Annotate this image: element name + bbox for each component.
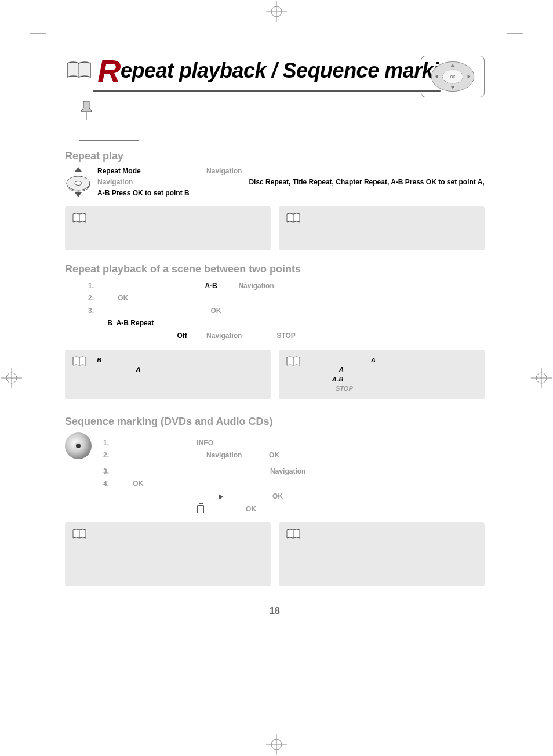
svg-point-17 bbox=[75, 181, 82, 186]
note-box bbox=[65, 206, 271, 250]
text-navigation: Navigation bbox=[270, 467, 305, 475]
text-ok: OK bbox=[269, 451, 279, 459]
page-title: Repeat playback / Sequence marking bbox=[97, 52, 464, 90]
book-icon bbox=[72, 212, 87, 226]
note-box: B A bbox=[65, 350, 271, 399]
note-text: A A A-B STOP bbox=[305, 355, 376, 394]
title-underline bbox=[93, 90, 441, 92]
text-navigation: Navigation bbox=[206, 451, 242, 459]
registration-mark-left bbox=[0, 366, 23, 390]
text-ab-repeat: A-B Repeat bbox=[117, 319, 154, 327]
pin-placeholder bbox=[79, 100, 139, 141]
section-heading-repeat-play: Repeat play bbox=[65, 150, 485, 162]
registration-mark-right bbox=[530, 366, 553, 390]
book-icon bbox=[286, 355, 301, 369]
crop-mark bbox=[30, 17, 46, 34]
text-a: A bbox=[371, 357, 376, 364]
text-info: INFO bbox=[197, 439, 213, 447]
text-ab: A-B bbox=[205, 282, 217, 290]
play-icon bbox=[219, 494, 223, 500]
text-a: A bbox=[339, 366, 344, 373]
page-title-text: epeat playback / Sequence marking bbox=[121, 59, 464, 82]
text-off: Off bbox=[177, 332, 187, 340]
text-repeat-options: Disc Repeat, Title Repeat, Chapter Repea… bbox=[97, 178, 485, 197]
disc-tray-icon bbox=[65, 166, 92, 198]
note-box: A A A-B STOP bbox=[279, 350, 485, 399]
text-ok: OK bbox=[133, 479, 143, 488]
text-navigation: Navigation bbox=[97, 178, 133, 186]
nav-pad-illustration: OK bbox=[421, 56, 485, 97]
book-icon bbox=[286, 528, 301, 541]
registration-mark-bottom bbox=[265, 733, 288, 756]
trash-icon bbox=[197, 505, 204, 513]
text-navigation: Navigation bbox=[238, 282, 274, 290]
section-heading-seq: Sequence marking (DVDs and Audio CDs) bbox=[65, 416, 485, 428]
repeat-play-body: Repeat Mode Navigation Navigation Disc R… bbox=[97, 166, 485, 199]
disc-icon bbox=[65, 432, 92, 459]
text-navigation: Navigation bbox=[206, 167, 242, 175]
note-text: B A bbox=[92, 355, 140, 375]
pin-icon bbox=[79, 100, 94, 125]
note-box bbox=[279, 522, 485, 586]
text-ok: OK bbox=[118, 294, 128, 302]
note-box bbox=[65, 522, 271, 586]
text-b: B bbox=[97, 357, 101, 364]
text-stop: STOP bbox=[336, 385, 353, 392]
text-ok: OK bbox=[210, 307, 221, 315]
text-repeat-mode: Repeat Mode bbox=[97, 167, 141, 175]
text-a: A bbox=[136, 366, 140, 373]
book-icon bbox=[72, 528, 87, 541]
book-icon bbox=[65, 60, 93, 82]
book-icon bbox=[72, 355, 87, 369]
page-number: 18 bbox=[65, 606, 485, 616]
svg-text:OK: OK bbox=[450, 75, 456, 79]
ab-steps: 1. A-B Navigation 2. OK 3. OK B A-B Repe… bbox=[88, 280, 485, 343]
section-heading-ab: Repeat playback of a scene between two p… bbox=[65, 263, 485, 275]
note-box bbox=[279, 206, 485, 250]
registration-mark-top bbox=[265, 0, 288, 23]
text-ok: OK bbox=[272, 492, 283, 500]
text-b: B bbox=[107, 319, 112, 327]
crop-mark bbox=[507, 17, 523, 34]
text-stop: STOP bbox=[276, 332, 295, 340]
text-ab: A-B bbox=[332, 376, 344, 383]
text-navigation: Navigation bbox=[206, 332, 242, 340]
text-ok: OK bbox=[246, 505, 256, 513]
book-icon bbox=[286, 212, 301, 226]
seq-steps: 1. INFO 2. Navigation OK 3. bbox=[103, 437, 305, 516]
